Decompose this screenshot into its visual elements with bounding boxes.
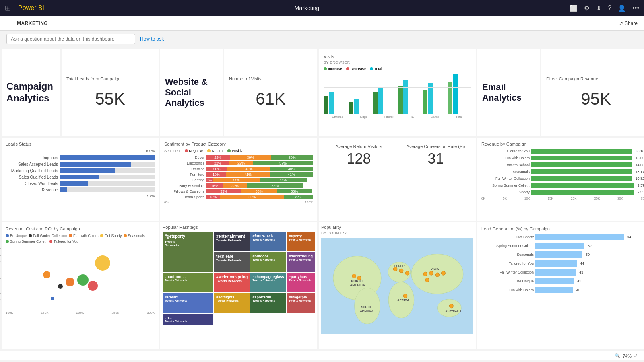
avg-boxes: Average Return Visitors 128 Average Conv…	[321, 140, 473, 171]
leads-bar-track	[60, 181, 155, 186]
direct-revenue-label: Direct Campaign Revenue	[546, 76, 644, 81]
gridline-mid	[324, 87, 471, 88]
help-icon[interactable]: ?	[608, 4, 611, 12]
ff-increase	[373, 92, 378, 114]
sentiment-label: Sentiment	[164, 149, 181, 153]
dashboard: Campaign Analytics Total Leads from Camp…	[0, 47, 644, 351]
avg-return-box: Average Return Visitors 128	[321, 140, 396, 171]
roi-dot	[29, 234, 32, 237]
tm-n: #n... Tweets Retweets	[163, 314, 213, 325]
leadgen-label: Spring Summer Colle...	[481, 244, 534, 248]
total-leads-value: 55K	[66, 89, 154, 109]
svg-point-6	[437, 299, 461, 317]
leads-bar-fill	[60, 181, 88, 186]
axis-100: 100%	[305, 200, 313, 204]
hamburger-icon[interactable]: ☰	[6, 19, 12, 27]
sentiment-bar-row: Exercise 20% 40% 40%	[164, 167, 313, 171]
neg-dot	[185, 149, 188, 152]
sbar-track: 20% 40% 40%	[206, 167, 313, 171]
leadgen-track	[535, 278, 574, 284]
rev-label: Seasonals	[481, 170, 530, 174]
tm-partyhats: #partyhats Tweets Retweets	[287, 273, 315, 292]
share-button[interactable]: ↗ Share	[619, 21, 638, 26]
leadgen-row: Be Unique 41	[481, 278, 644, 284]
sentiment-bar-row: Party Essentials 16% 22% 53%	[164, 183, 313, 188]
tm-champagne: #champagneglass Tweets Retweets	[250, 273, 286, 292]
roi-legend-item: Fall Winter Collection	[29, 234, 67, 238]
download-icon[interactable]: ⬇	[596, 4, 601, 12]
tm-outdoord: #outdoord... Tweets Retweets	[163, 273, 213, 292]
qa-input[interactable]	[6, 34, 135, 44]
rev-label: Fun with Colors	[481, 156, 530, 160]
sbar-label: Electronics	[164, 161, 204, 165]
sbar-neu: 22%	[229, 161, 253, 165]
avg-conversion-label: Average Conversion Rate (%)	[402, 144, 469, 149]
sbar-track: 33% 33% 33%	[206, 189, 313, 193]
rev-val: 2,535	[637, 190, 644, 194]
tm-futuretech: #futureTech Tweets Retweets	[250, 232, 286, 252]
sbar-neg: 33%	[206, 189, 242, 193]
bubble-be-unique	[51, 297, 54, 300]
leadgen-track	[535, 243, 584, 249]
leadgen-label: Fun with Colors	[481, 288, 534, 292]
rev-val: 13,172	[635, 170, 644, 174]
monitor-icon[interactable]: ⬜	[570, 4, 578, 12]
x-edge: Edge	[360, 115, 368, 119]
svg-text:AUSTRALIA: AUSTRALIA	[445, 309, 461, 312]
how-to-ask-link[interactable]: How to ask	[140, 36, 164, 42]
leads-bar-label: Inquiries	[6, 156, 58, 160]
page-title: Marketing	[48, 5, 566, 11]
tm-getsporty: #getsporty Tweets Retweets	[163, 232, 213, 272]
hashtag-treemap: #getsporty Tweets Retweets #entertainmen…	[163, 232, 315, 325]
expand-icon[interactable]: ⤢	[634, 353, 638, 358]
direct-revenue-card: Direct Campaign Revenue 95K	[541, 49, 644, 136]
x-total: Total	[456, 115, 462, 119]
sbar-neg: 22%	[206, 155, 230, 160]
svg-point-7	[352, 274, 356, 278]
leadgen-row: Tailored for You 44	[481, 260, 644, 267]
section-title: MARKETING	[17, 21, 614, 26]
app-grid-icon[interactable]: ⊞	[5, 4, 11, 12]
leadgen-row: Fun with Colors 40	[481, 287, 644, 293]
svg-text:EUROPE: EUROPE	[394, 265, 407, 267]
revenue-axis: 0K5K10K15K20K25K30K35K	[481, 197, 644, 200]
app-name: Power BI	[18, 4, 44, 12]
rev-bar-row: Seasonals 13,172	[481, 169, 644, 174]
revenue-campaign-card: Revenue by Campaign Tailored for You 30,…	[477, 138, 644, 220]
svg-point-11	[405, 271, 409, 275]
leads-bottom-label: 7.7%	[6, 194, 155, 198]
more-icon[interactable]: •••	[632, 4, 639, 12]
roi-dot	[49, 240, 52, 243]
svg-text:NORTH: NORTH	[351, 279, 363, 283]
sbar-neu: 60%	[220, 195, 285, 199]
edge-increase	[349, 102, 353, 114]
bubble-fun-colors	[66, 278, 74, 286]
sentiment-title: Sentiment by Product Category	[164, 142, 313, 146]
visits-kpi-label: Number of Visits	[229, 76, 312, 81]
revenue-bars: Tailored for You 30,169Fun with Colors 1…	[481, 149, 644, 195]
avg-return-value: 128	[325, 150, 392, 167]
sbar-pos: 33%	[277, 189, 312, 193]
leads-bar-fill	[60, 187, 67, 192]
user-icon[interactable]: 👤	[618, 4, 626, 12]
svg-text:AMERICA: AMERICA	[350, 283, 365, 287]
sbar-label: Team Sports	[164, 195, 204, 199]
roi-card: Revenue, Cost and ROI by Campaign Be Uni…	[2, 222, 159, 349]
leadgen-track	[535, 234, 624, 240]
map-svg: NORTH AMERICA SOUTH AMERICA EUROPE AFRIC…	[321, 238, 473, 334]
legend-neu: Neutral	[207, 149, 223, 153]
sbar-neu: 44%	[213, 178, 260, 182]
top-nav: ⊞ Power BI Marketing ⬜ ⚙ ⬇ ? 👤 •••	[0, 0, 644, 16]
leads-bar-fill	[60, 155, 155, 160]
svg-point-13	[429, 271, 433, 275]
leads-bar-row: Sales Qualified Leads	[6, 175, 155, 179]
bubble-spring	[77, 274, 89, 286]
roi-dot	[69, 234, 72, 237]
zoom-icon[interactable]: 🔍	[615, 353, 620, 358]
settings-icon[interactable]: ⚙	[584, 4, 590, 12]
roi-title: Revenue, Cost and ROI by Campaign	[6, 226, 155, 231]
bubble-seasonals	[43, 271, 50, 278]
roi-legend-item: Tailored for You	[49, 239, 78, 243]
sbar-neg: 16%	[206, 183, 223, 188]
chrome-total	[329, 92, 334, 114]
